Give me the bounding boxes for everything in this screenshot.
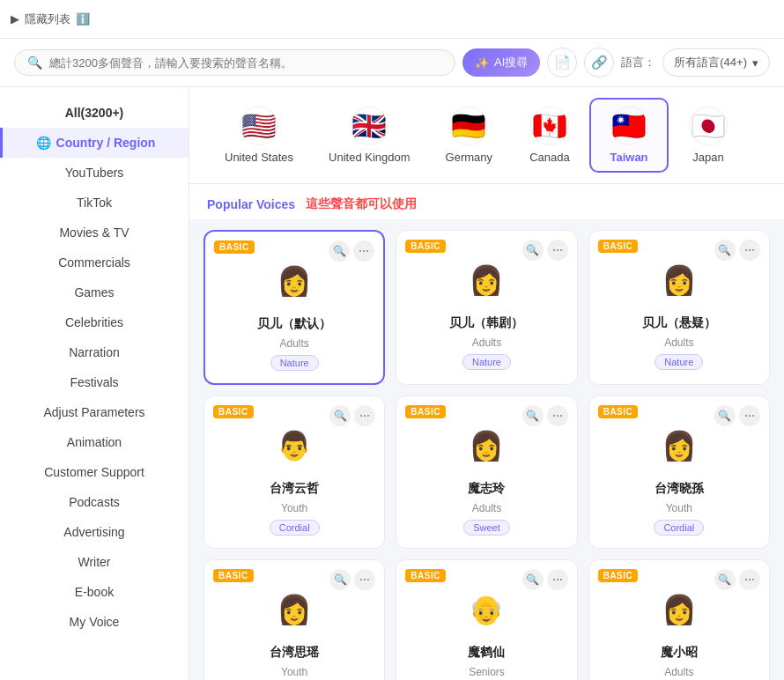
main-layout: All(3200+) 🌐 Country / Region YouTubers … <box>0 87 784 680</box>
content-area: 🇺🇸 United States 🇬🇧 United Kingdom 🇩🇪 Ge… <box>189 87 784 680</box>
search-input-wrap[interactable]: 🔍 <box>14 49 455 76</box>
country-name-ca: Canada <box>529 151 570 164</box>
badge-basic-7: BASIC <box>213 569 254 582</box>
flag-ca: 🇨🇦 <box>530 107 569 145</box>
country-tab-de[interactable]: 🇩🇪 Germany <box>428 100 510 171</box>
country-tab-jp[interactable]: 🇯🇵 Japan <box>669 100 748 171</box>
voice-tag-1: Nature <box>270 355 319 371</box>
sidebar-item-animation[interactable]: Animation <box>0 427 189 457</box>
voice-tag-4: Cordial <box>270 520 320 536</box>
sidebar-item-tiktok[interactable]: TikTok <box>0 188 189 218</box>
voice-card-3[interactable]: BASIC 🔍 ⋯ 👩 贝儿（悬疑） Adults Nature <box>588 230 770 385</box>
avatar-6: 👩 <box>651 418 707 474</box>
flag-tw: 🇹🇼 <box>610 107 648 145</box>
search-voice-4[interactable]: 🔍 <box>329 405 351 426</box>
more-voice-1[interactable]: ⋯ <box>353 240 374 262</box>
voice-card-8[interactable]: BASIC 🔍 ⋯ 👴 魔鹤仙 Seniors <box>396 559 577 680</box>
voice-card-5[interactable]: BASIC 🔍 ⋯ 👩 魔志玲 Adults Sweet <box>396 395 577 549</box>
sidebar-item-games[interactable]: Games <box>0 277 189 307</box>
country-tab-ca[interactable]: 🇨🇦 Canada <box>510 100 589 171</box>
badge-basic-4: BASIC <box>213 405 254 418</box>
sidebar-item-celebrities[interactable]: Celebrities <box>0 307 189 337</box>
country-name-jp: Japan <box>692 151 723 164</box>
search-voice-3[interactable]: 🔍 <box>714 240 736 261</box>
link-icon-button[interactable]: 🔗 <box>584 48 614 78</box>
sidebar-item-podcasts[interactable]: Podcasts <box>0 487 189 517</box>
country-tab-tw[interactable]: 🇹🇼 Taiwan <box>589 98 669 173</box>
voice-card-7[interactable]: BASIC 🔍 ⋯ 👩 台湾思瑶 Youth Simple <box>203 559 385 680</box>
card-actions-6: 🔍 ⋯ <box>714 405 760 426</box>
more-voice-8[interactable]: ⋯ <box>547 569 568 590</box>
info-icon: ℹ️ <box>76 12 90 26</box>
avatar-9: 👩 <box>651 581 707 638</box>
more-voice-2[interactable]: ⋯ <box>547 240 568 261</box>
badge-basic-1: BASIC <box>214 240 255 254</box>
country-tab-uk[interactable]: 🇬🇧 United Kingdom <box>311 100 428 171</box>
more-voice-4[interactable]: ⋯ <box>354 405 375 426</box>
sidebar-item-commercials[interactable]: Commercials <box>0 248 189 277</box>
sidebar-item-country-region[interactable]: 🌐 Country / Region <box>0 128 189 158</box>
top-bar: ▶ 隱藏列表 ℹ️ <box>0 0 784 39</box>
search-voice-7[interactable]: 🔍 <box>329 569 351 590</box>
language-dropdown[interactable]: 所有語言(44+) ▾ <box>662 48 770 77</box>
sidebar-item-festivals[interactable]: Festivals <box>0 367 189 397</box>
search-voice-9[interactable]: 🔍 <box>714 569 736 590</box>
more-voice-5[interactable]: ⋯ <box>547 405 568 426</box>
country-tab-us[interactable]: 🇺🇸 United States <box>207 100 311 171</box>
voice-card-4[interactable]: BASIC 🔍 ⋯ 👨 台湾云哲 Youth Cordial <box>203 395 385 549</box>
badge-basic-9: BASIC <box>598 569 639 582</box>
voice-name-9: 魔小昭 <box>661 645 698 661</box>
popular-label: Popular Voices <box>207 197 295 211</box>
sidebar-item-my-voice[interactable]: My Voice <box>0 607 189 637</box>
language-label-wrap: 語言： <box>621 55 655 70</box>
sidebar: All(3200+) 🌐 Country / Region YouTubers … <box>0 87 189 680</box>
voice-age-8: Seniors <box>469 666 505 678</box>
sidebar-item-all[interactable]: All(3200+) <box>0 98 189 128</box>
chevron-down-icon: ▾ <box>752 56 758 70</box>
more-voice-9[interactable]: ⋯ <box>739 569 760 590</box>
search-voice-8[interactable]: 🔍 <box>522 569 544 590</box>
more-voice-3[interactable]: ⋯ <box>739 240 760 261</box>
toggle-list-button[interactable]: ▶ 隱藏列表 ℹ️ <box>11 11 90 27</box>
voice-name-8: 魔鹤仙 <box>468 645 505 661</box>
voice-tag-6: Cordial <box>654 520 704 536</box>
search-voice-6[interactable]: 🔍 <box>714 405 736 426</box>
voice-name-3: 贝儿（悬疑） <box>642 315 716 331</box>
toggle-list-label: 隱藏列表 <box>25 11 70 27</box>
voice-card-2[interactable]: BASIC 🔍 ⋯ 👩 贝儿（韩剧） Adults Nature <box>396 230 577 385</box>
country-name-de: Germany <box>446 151 492 164</box>
popular-subtitle: 這些聲音都可以使用 <box>306 196 417 212</box>
avatar-1: 👩 <box>266 253 322 309</box>
voice-card-1[interactable]: BASIC 🔍 ⋯ 👩 贝儿（默认） Adults Nature <box>203 230 385 385</box>
search-voice-2[interactable]: 🔍 <box>522 240 544 261</box>
avatar-5: 👩 <box>458 418 514 474</box>
more-voice-6[interactable]: ⋯ <box>739 405 760 426</box>
voice-grid: BASIC 🔍 ⋯ 👩 贝儿（默认） Adults Nature BASIC 🔍… <box>189 219 784 680</box>
document-icon-button[interactable]: 📄 <box>547 48 577 78</box>
sidebar-item-customer-support[interactable]: Customer Support <box>0 457 189 487</box>
badge-basic-8: BASIC <box>405 569 446 582</box>
search-input[interactable] <box>49 56 442 70</box>
sidebar-item-e-book[interactable]: E-book <box>0 577 189 607</box>
card-actions-5: 🔍 ⋯ <box>522 405 568 426</box>
sidebar-item-narration[interactable]: Narration <box>0 337 189 367</box>
search-voice-1[interactable]: 🔍 <box>329 240 350 262</box>
sidebar-item-youtubers[interactable]: YouTubers <box>0 158 189 188</box>
voice-name-4: 台湾云哲 <box>270 481 319 497</box>
voice-card-9[interactable]: BASIC 🔍 ⋯ 👩 魔小昭 Adults <box>588 559 770 680</box>
voice-age-7: Youth <box>281 666 307 678</box>
ai-search-button[interactable]: ✨ AI搜尋 <box>462 48 540 77</box>
search-voice-5[interactable]: 🔍 <box>522 405 544 426</box>
badge-basic-6: BASIC <box>598 405 639 418</box>
sidebar-item-writer[interactable]: Writer <box>0 547 189 577</box>
sidebar-item-adjust-parameters[interactable]: Adjust Parameters <box>0 397 189 427</box>
chevron-left-icon: ▶ <box>11 12 19 26</box>
sidebar-item-movies-tv[interactable]: Movies & TV <box>0 218 189 248</box>
country-tabs: 🇺🇸 United States 🇬🇧 United Kingdom 🇩🇪 Ge… <box>189 87 784 184</box>
voice-card-6[interactable]: BASIC 🔍 ⋯ 👩 台湾晓孫 Youth Cordial <box>588 395 770 549</box>
badge-basic-5: BASIC <box>405 405 446 418</box>
avatar-7: 👩 <box>266 581 322 638</box>
more-voice-7[interactable]: ⋯ <box>354 569 375 590</box>
flag-uk: 🇬🇧 <box>350 107 388 145</box>
sidebar-item-advertising[interactable]: Advertising <box>0 517 189 547</box>
